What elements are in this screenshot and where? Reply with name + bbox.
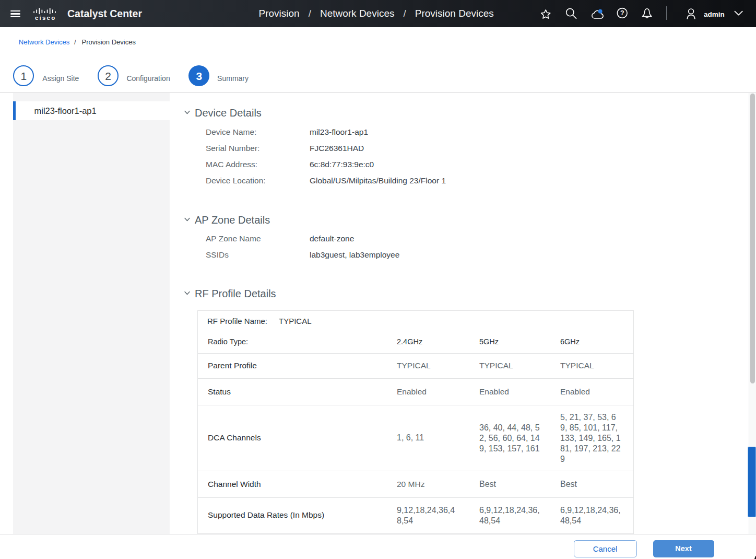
svg-text:?: ? — [620, 9, 624, 17]
